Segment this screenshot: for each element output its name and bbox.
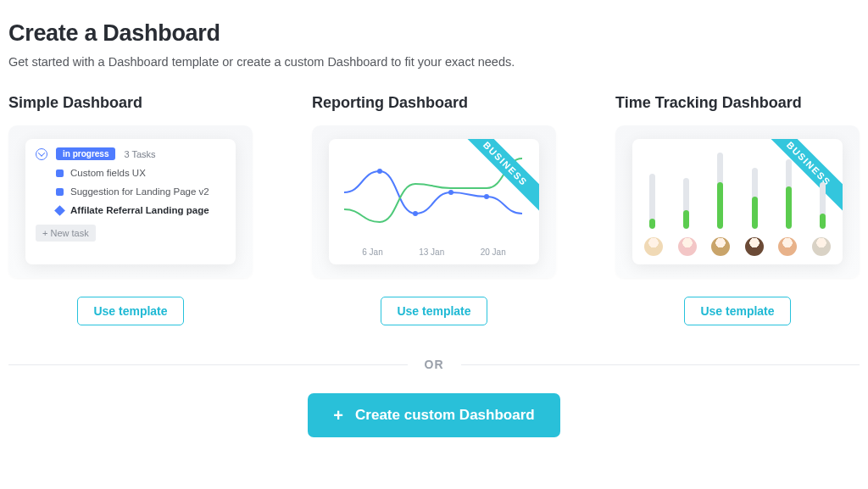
avatar (812, 237, 831, 256)
x-tick: 6 Jan (362, 247, 382, 257)
avatar-row (644, 237, 831, 256)
bar-fill (717, 182, 723, 229)
avatar (778, 237, 797, 256)
bar-column (750, 153, 759, 229)
chart-line (344, 171, 522, 214)
card-title: Reporting Dashboard (312, 94, 468, 112)
bar-column (716, 153, 725, 229)
card-reporting-dashboard: Reporting Dashboard BUSINESS 6 Jan 13 Ja… (312, 94, 556, 325)
bar-column (785, 153, 793, 229)
bar-track (820, 182, 826, 229)
x-tick: 20 Jan (481, 247, 506, 257)
bar-column (648, 153, 656, 229)
card-title: Simple Dashboard (8, 94, 142, 112)
create-button-label: Create custom Dashboard (355, 407, 535, 424)
task-row: Custom fields UX (25, 164, 236, 182)
avatar (644, 237, 663, 256)
bar-track (786, 159, 792, 229)
bar-track (717, 153, 723, 229)
card-simple-dashboard: Simple Dashboard in progress 3 Tasks Cus… (8, 94, 253, 325)
avatar (711, 237, 730, 256)
chart-point (448, 190, 453, 195)
card-time-tracking-dashboard: Time Tracking Dashboard BUSINESS Use tem… (615, 94, 860, 325)
chart-point (413, 211, 418, 216)
card-title: Time Tracking Dashboard (615, 94, 802, 112)
avatar (745, 237, 764, 256)
bar-fill (752, 197, 758, 229)
preview-simple: in progress 3 Tasks Custom fields UX Sug… (8, 125, 253, 278)
bar-column (682, 153, 690, 229)
create-custom-dashboard-button[interactable]: + Create custom Dashboard (308, 393, 559, 437)
bar-fill (786, 186, 792, 229)
preview-reporting: BUSINESS 6 Jan 13 Jan 20 Jan (312, 125, 556, 278)
chart-line (344, 158, 522, 222)
status-badge: in progress (56, 147, 115, 160)
bar-track (752, 168, 758, 229)
task-label: Suggestion for Landing Page v2 (70, 186, 209, 197)
hr-line (461, 364, 860, 365)
x-tick: 13 Jan (419, 247, 444, 257)
divider: OR (8, 358, 860, 371)
bar-fill (820, 214, 826, 229)
chart-point (484, 194, 489, 199)
task-status-icon (56, 188, 64, 196)
page-subtitle: Get started with a Dashboard template or… (8, 55, 860, 69)
task-row: Suggestion for Landing Page v2 (25, 182, 236, 201)
bar-fill (649, 219, 655, 229)
task-label: Custom fields UX (70, 168, 146, 178)
bar-track (683, 178, 689, 229)
or-label: OR (425, 358, 444, 371)
page-title: Create a Dashboard (8, 20, 860, 47)
task-count: 3 Tasks (124, 149, 155, 159)
task-row: Affilate Referral Landing page (25, 201, 236, 219)
collapse-icon (36, 148, 47, 160)
bar-fill (683, 210, 689, 229)
use-template-button[interactable]: Use template (684, 297, 790, 325)
task-label: Affilate Referral Landing page (70, 205, 209, 215)
hr-line (8, 364, 408, 365)
template-cards: Simple Dashboard in progress 3 Tasks Cus… (8, 94, 860, 325)
task-status-icon (54, 205, 65, 216)
chart-point (377, 169, 382, 174)
use-template-button[interactable]: Use template (381, 297, 487, 325)
bar-track (649, 174, 655, 229)
preview-time-tracking: BUSINESS (615, 125, 860, 278)
use-template-button[interactable]: Use template (77, 297, 183, 325)
new-task-button: + New task (36, 225, 96, 242)
avatar (678, 237, 697, 256)
task-status-icon (56, 169, 64, 177)
